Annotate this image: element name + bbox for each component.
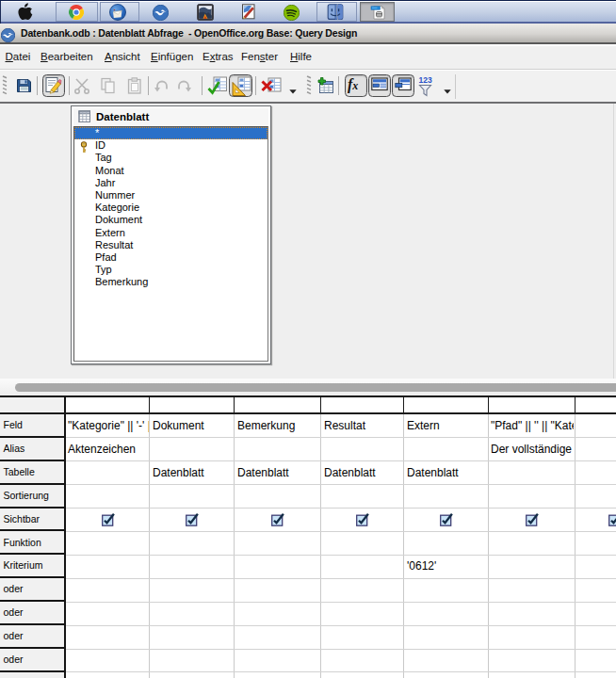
svg-text:123: 123 bbox=[419, 75, 432, 85]
